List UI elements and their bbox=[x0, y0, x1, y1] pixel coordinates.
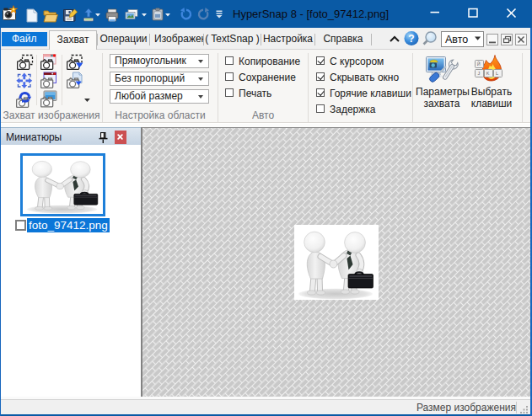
svg-text:L: L bbox=[496, 71, 498, 76]
svg-text:J: J bbox=[477, 71, 480, 76]
svg-text:?: ? bbox=[408, 33, 414, 45]
svg-text:Авто: Авто bbox=[445, 34, 468, 45]
svg-text:Й: Й bbox=[477, 61, 481, 67]
svg-text:K: K bbox=[486, 71, 490, 76]
